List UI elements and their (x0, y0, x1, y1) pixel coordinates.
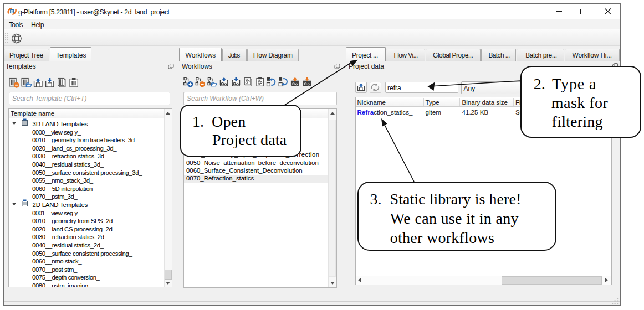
svg-text:Open: Open (212, 113, 246, 130)
svg-text:Type a: Type a (552, 75, 596, 92)
svg-text:Project data: Project data (212, 131, 287, 148)
svg-text:other workflows: other workflows (390, 229, 494, 246)
svg-text:mask for: mask for (551, 94, 609, 111)
svg-text:2.: 2. (534, 75, 545, 92)
svg-text:We can use it in any: We can use it in any (390, 210, 519, 227)
svg-text:Static library is here!: Static library is here! (390, 190, 522, 208)
svg-text:filtering: filtering (552, 113, 603, 130)
svg-text:1.: 1. (192, 113, 204, 130)
svg-text:3.: 3. (370, 190, 382, 208)
